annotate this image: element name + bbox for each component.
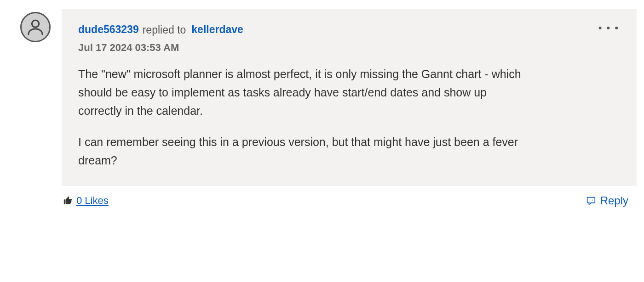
comment-header: dude563239 replied to kellerdave xyxy=(78,23,620,37)
comment-main: • • • dude563239 replied to kellerdave J… xyxy=(62,9,637,209)
reply-target-link[interactable]: kellerdave xyxy=(191,23,243,37)
reply-label: Reply xyxy=(600,194,628,207)
likes-link[interactable]: 0 Likes xyxy=(76,195,109,207)
reply-button[interactable]: Reply xyxy=(586,194,628,207)
thumb-up-icon[interactable] xyxy=(63,195,74,206)
svg-rect-1 xyxy=(587,197,595,203)
author-link[interactable]: dude563239 xyxy=(78,23,139,37)
svg-point-0 xyxy=(32,20,39,27)
likes-group: 0 Likes xyxy=(63,195,109,207)
comment-paragraph: The "new" microsoft planner is almost pe… xyxy=(78,65,529,120)
avatar-wrapper xyxy=(7,9,51,42)
timestamp: Jul 17 2024 03:53 AM xyxy=(78,42,620,54)
comment-container: • • • dude563239 replied to kellerdave J… xyxy=(7,9,637,209)
comment-paragraph: I can remember seeing this in a previous… xyxy=(78,133,529,169)
replied-to-label: replied to xyxy=(143,23,186,37)
svg-point-3 xyxy=(592,200,593,201)
more-menu-button[interactable]: • • • xyxy=(597,21,621,35)
ellipsis-icon: • • • xyxy=(598,22,619,34)
person-icon xyxy=(25,17,46,38)
avatar[interactable] xyxy=(20,12,51,42)
comment-footer: 0 Likes Reply xyxy=(62,186,637,209)
svg-point-2 xyxy=(589,200,590,201)
comment-body: • • • dude563239 replied to kellerdave J… xyxy=(62,9,637,186)
comment-text: The "new" microsoft planner is almost pe… xyxy=(78,65,529,169)
reply-icon xyxy=(586,195,597,206)
